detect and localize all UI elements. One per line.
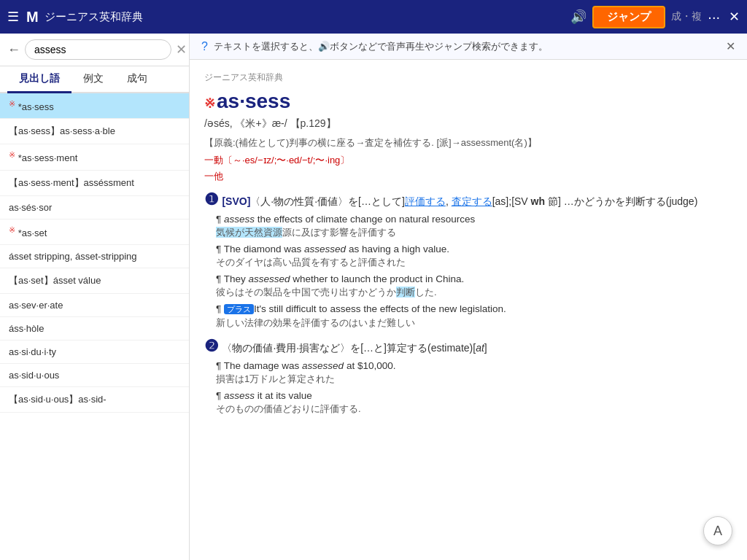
list-item[interactable]: as·sev·er·ate — [0, 294, 189, 317]
window-close-button[interactable]: ✕ — [729, 9, 740, 25]
seifuku-button[interactable]: 成・複 — [671, 10, 702, 23]
tab-midashigo[interactable]: 見出し語 — [7, 66, 71, 93]
example-2-2: ¶ assess it at its value — [216, 390, 732, 401]
sense-def-1: [SVO]〈人·物の性質·価値〉を[…として]評価する, 査定する[as];[S… — [222, 195, 697, 207]
more-options-button[interactable]: ··· — [708, 9, 720, 26]
sense-def-2: 〈物の価値·費用·損害など〉を[…と]算定する(estimate)[at] — [222, 342, 487, 354]
entry-pronunciation: /əsés, 《米+》æ-/ 【p.129】 — [204, 117, 732, 131]
entry-headword: ※as·sess — [204, 90, 732, 113]
example-2-1: ¶ The damage was assessed at $10,000. — [216, 360, 732, 371]
close-info-button[interactable]: ✕ — [726, 39, 735, 53]
list-item[interactable]: 【as·sid·u·ous】as·sid- — [0, 387, 189, 413]
clear-search-button[interactable]: ✕ — [176, 42, 187, 58]
list-item[interactable]: ásset stripping, ásset-stripping — [0, 245, 189, 268]
example-ja-1-4: 新しい法律の効果を評価するのはいまだ難しい — [216, 316, 732, 330]
tab-reibun[interactable]: 例文 — [71, 66, 115, 93]
list-item[interactable]: 【as·set】ásset válue — [0, 268, 189, 294]
example-1-2: ¶ The diamond was assessed as having a h… — [216, 244, 732, 254]
list-item[interactable]: as·sés·sor — [0, 196, 189, 219]
entry-source-note: 【原義:(補佐として)判事の横に座る→査定を補佐する. [派]→assessme… — [204, 136, 732, 149]
list-item[interactable]: 【as·sess】as·sess·a·ble — [0, 119, 189, 144]
app-title: ジーニアス英和辞典 — [44, 10, 571, 24]
back-button[interactable]: ← — [7, 42, 20, 58]
list-item[interactable]: as·sid·u·ous — [0, 364, 189, 387]
list-item[interactable]: ※ *as·set — [0, 219, 189, 245]
asterisk-mark: ※ — [9, 99, 15, 108]
example-ja-2-2: そのものの価値どおりに評価する. — [216, 402, 732, 416]
sense-block-1: ❶ [SVO]〈人·物の性質·価値〉を[…として]評価する, 査定する[as];… — [204, 190, 732, 330]
example-ja-1-1: 気候が天然資源源に及ぼす影響を評価する — [216, 226, 732, 239]
dict-source-label: ジーニアス英和辞典 — [204, 71, 732, 84]
jump-button[interactable]: ジャンプ — [592, 6, 665, 28]
example-ja-2-1: 損害は1万ドルと算定された — [216, 373, 732, 386]
list-item[interactable]: ※ *as·sess — [0, 93, 189, 119]
headword-asterisk: ※ — [204, 96, 215, 111]
entry-inflection-dou: 一動〔～·es/−ɪz/;〜·ed/−t/;〜·ing〕 — [204, 154, 732, 167]
menu-icon[interactable]: ☰ — [7, 9, 19, 25]
asterisk-mark: ※ — [9, 150, 15, 159]
sense-number-2: ❷ — [204, 337, 219, 355]
list-item[interactable]: ※ *as·sess·ment — [0, 144, 189, 170]
example-1-1: ¶ assess the effects of climate change o… — [216, 214, 732, 225]
tab-seiku[interactable]: 成句 — [115, 66, 159, 93]
entry-inflection-ta: 一他 — [204, 170, 732, 183]
sense-block-2: ❷ 〈物の価値·費用·損害など〉を[…と]算定する(estimate)[at] … — [204, 337, 732, 416]
asterisk-mark: ※ — [9, 225, 15, 234]
app-logo: M — [26, 9, 39, 26]
info-text: テキストを選択すると、🔊ボタンなどで音声再生やジャンプ検索ができます。 — [214, 40, 720, 53]
floating-action-button[interactable]: A — [703, 516, 732, 545]
sense-number-1: ❶ — [204, 190, 219, 209]
search-input[interactable] — [25, 39, 171, 60]
list-item[interactable]: 【as·sess·ment】asséssment — [0, 171, 189, 196]
list-item[interactable]: áss·hòle — [0, 317, 189, 341]
example-ja-1-3: 彼らはその製品を中国で売り出すかどうか判断した. — [216, 286, 732, 299]
example-1-3: ¶ They assessed whether to launch the pr… — [216, 273, 732, 284]
help-icon: ? — [201, 40, 208, 53]
example-ja-1-2: そのダイヤは高い品質を有すると評価された — [216, 256, 732, 269]
example-1-4: ¶ プラスIt's still difficult to assess the … — [216, 303, 732, 315]
volume-button[interactable]: 🔊 — [570, 9, 587, 25]
list-item[interactable]: as·si·du·i·ty — [0, 341, 189, 364]
